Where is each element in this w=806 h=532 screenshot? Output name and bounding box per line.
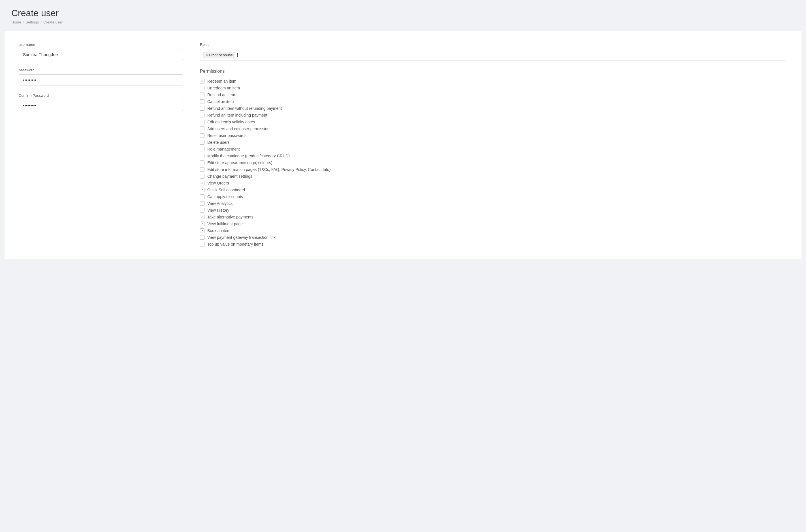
permission-item: View Analytics — [200, 200, 787, 207]
permission-checkbox-10[interactable] — [200, 147, 204, 151]
permission-text-19: View History — [207, 208, 230, 212]
permission-item: Can apply discounts — [200, 193, 787, 200]
permission-text-13: Edit store information pages (T&Cs, FAQ,… — [207, 167, 330, 172]
permission-checkbox-4[interactable] — [200, 106, 204, 111]
permission-text-4: Refund an item without refunding payment — [207, 106, 282, 111]
permission-text-21: View fulfilment page — [207, 222, 243, 226]
permission-checkbox-15[interactable] — [200, 181, 204, 185]
permissions-list: Redeem an itemUnredeem an itemResend an … — [200, 78, 787, 248]
permission-checkbox-3[interactable] — [200, 99, 204, 104]
permission-item: Resend an item — [200, 91, 787, 98]
permission-checkbox-12[interactable] — [200, 160, 204, 165]
permission-checkbox-13[interactable] — [200, 167, 204, 172]
role-tag-remove[interactable]: × — [206, 53, 208, 57]
permission-item: Cancel an item — [200, 98, 787, 105]
permission-text-0: Redeem an item — [207, 79, 237, 83]
permission-checkbox-19[interactable] — [200, 208, 204, 212]
permission-checkbox-1[interactable] — [200, 86, 204, 90]
permission-text-1: Unredeem an item — [207, 86, 240, 90]
permission-item: Quick Sell dashboard — [200, 187, 787, 193]
permission-item: Delete users — [200, 139, 787, 146]
permission-text-22: Book an item — [207, 228, 231, 233]
permission-text-20: Take alternative payments — [207, 215, 254, 219]
permission-text-7: Add users and edit user permissions — [207, 127, 271, 131]
permission-text-9: Delete users — [207, 140, 230, 145]
breadcrumb-sep-2: / — [40, 20, 42, 24]
permission-checkbox-22[interactable] — [200, 228, 204, 233]
permission-checkbox-21[interactable] — [200, 222, 204, 226]
permissions-label: Permissions — [200, 69, 787, 74]
breadcrumb-home[interactable]: Home — [11, 20, 21, 24]
confirm-password-input[interactable] — [19, 100, 183, 111]
permission-item: Reset user passwords — [200, 132, 787, 139]
breadcrumb-settings[interactable]: Settings — [25, 20, 39, 24]
permission-item: Change payment settings — [200, 173, 787, 180]
permission-checkbox-24[interactable] — [200, 242, 204, 246]
permission-text-15: View Orders — [207, 181, 229, 185]
right-column: Roles × Front of house Permissions Redee… — [200, 42, 787, 248]
username-group: username — [19, 42, 183, 60]
main-card: username password Confirm Password Roles… — [4, 31, 802, 259]
permission-text-18: View Analytics — [207, 201, 233, 206]
permission-checkbox-11[interactable] — [200, 154, 204, 158]
roles-section: Roles × Front of house — [200, 42, 787, 61]
confirm-password-group: Confirm Password — [19, 93, 183, 111]
permission-item: View payment gateway transaction link — [200, 234, 787, 241]
permissions-section: Permissions Redeem an itemUnredeem an it… — [200, 69, 787, 248]
permission-item: Add users and edit user permissions — [200, 125, 787, 132]
permission-checkbox-7[interactable] — [200, 127, 204, 131]
permission-item: Book an item — [200, 227, 787, 234]
permission-checkbox-23[interactable] — [200, 235, 204, 240]
form-layout: username password Confirm Password Roles… — [19, 42, 787, 248]
permission-text-10: Role management — [207, 147, 240, 151]
permission-item: Edit an item's validity dates — [200, 118, 787, 125]
permission-text-12: Edit store appearance (logo, colours) — [207, 160, 272, 165]
permission-item: Edit store appearance (logo, colours) — [200, 159, 787, 166]
password-group: password — [19, 68, 183, 86]
password-label: password — [19, 68, 183, 72]
page-header: Create user Home / Settings / Create use… — [0, 0, 806, 31]
permission-item: Role management — [200, 146, 787, 153]
breadcrumb-sep-1: / — [23, 20, 24, 24]
role-tag-label: Front of house — [209, 53, 233, 57]
permission-item: Unredeem an item — [200, 84, 787, 91]
permission-text-6: Edit an item's validity dates — [207, 120, 255, 124]
permission-text-3: Cancel an item — [207, 99, 234, 104]
permission-checkbox-5[interactable] — [200, 113, 204, 117]
permission-item: Refund an item including payment — [200, 112, 787, 118]
left-column: username password Confirm Password — [19, 42, 183, 248]
permission-text-24: Top up value on monetary items — [207, 242, 263, 246]
permission-checkbox-20[interactable] — [200, 215, 204, 219]
permission-checkbox-8[interactable] — [200, 133, 204, 138]
breadcrumb: Home / Settings / Create user — [11, 20, 795, 24]
confirm-password-label: Confirm Password — [19, 93, 183, 98]
permission-item: Refund an item without refunding payment — [200, 105, 787, 112]
permission-text-11: Modify the catalogue (product/category C… — [207, 154, 290, 158]
permission-text-14: Change payment settings — [207, 174, 252, 178]
roles-input-cursor — [237, 53, 238, 57]
permission-item: View fulfilment page — [200, 221, 787, 227]
role-tag-front-of-house[interactable]: × Front of house — [203, 52, 235, 58]
password-input[interactable] — [19, 74, 183, 86]
page-title: Create user — [11, 8, 795, 18]
permission-item: View History — [200, 207, 787, 214]
permission-item: Top up value on monetary items — [200, 241, 787, 248]
permission-text-2: Resend an item — [207, 93, 235, 97]
roles-input-container[interactable]: × Front of house — [200, 49, 787, 61]
permission-checkbox-9[interactable] — [200, 140, 204, 145]
permission-text-17: Can apply discounts — [207, 194, 243, 199]
permission-checkbox-6[interactable] — [200, 120, 204, 124]
permission-checkbox-2[interactable] — [200, 93, 204, 97]
permission-text-5: Refund an item including payment — [207, 113, 267, 117]
permission-item: Edit store information pages (T&Cs, FAQ,… — [200, 166, 787, 173]
permission-checkbox-17[interactable] — [200, 194, 204, 199]
username-input[interactable] — [19, 49, 183, 60]
permission-checkbox-16[interactable] — [200, 188, 204, 192]
roles-label: Roles — [200, 42, 787, 47]
permission-item: View Orders — [200, 180, 787, 187]
permission-text-16: Quick Sell dashboard — [207, 188, 245, 192]
permission-checkbox-0[interactable] — [200, 79, 204, 83]
permission-checkbox-14[interactable] — [200, 174, 204, 178]
permission-item: Take alternative payments — [200, 214, 787, 221]
permission-checkbox-18[interactable] — [200, 201, 204, 206]
